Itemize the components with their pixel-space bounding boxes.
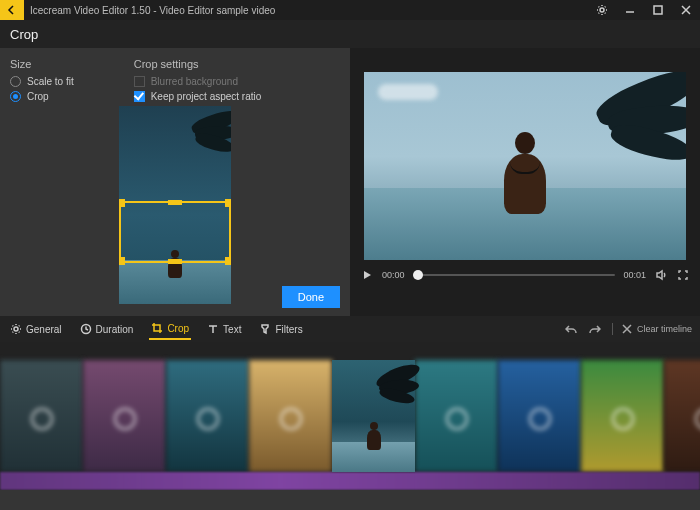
redo-icon bbox=[589, 323, 601, 335]
crop-settings-panel: Size Scale to fit Crop Crop settings Blu… bbox=[0, 48, 350, 316]
preview-panel: 00:00 00:01 bbox=[350, 48, 700, 316]
checkbox-label: Keep project aspect ratio bbox=[151, 91, 262, 102]
seek-slider[interactable] bbox=[413, 274, 616, 276]
text-icon bbox=[207, 323, 219, 335]
timeline-clip[interactable] bbox=[498, 360, 581, 472]
player-controls: 00:00 00:01 bbox=[350, 260, 700, 290]
crop-handle-b[interactable] bbox=[168, 259, 182, 264]
play-button[interactable] bbox=[360, 268, 374, 282]
checkbox-icon bbox=[134, 91, 145, 102]
timeline-audio-track[interactable] bbox=[0, 472, 700, 490]
radio-scale-to-fit[interactable]: Scale to fit bbox=[10, 76, 74, 87]
timeline-clip[interactable] bbox=[83, 360, 166, 472]
fullscreen-button[interactable] bbox=[676, 268, 690, 282]
crop-handle-tl[interactable] bbox=[119, 199, 125, 207]
tab-crop[interactable]: Crop bbox=[149, 318, 191, 340]
time-current: 00:00 bbox=[382, 270, 405, 280]
play-icon bbox=[361, 269, 373, 281]
svg-point-2 bbox=[14, 327, 18, 331]
radio-label: Crop bbox=[27, 91, 49, 102]
crop-icon bbox=[151, 322, 163, 334]
preview-viewport bbox=[364, 72, 686, 260]
svg-rect-1 bbox=[654, 6, 662, 14]
page-heading: Crop bbox=[0, 20, 700, 48]
time-total: 00:01 bbox=[623, 270, 646, 280]
back-button[interactable] bbox=[0, 0, 24, 20]
undo-button[interactable] bbox=[564, 322, 578, 336]
redo-button[interactable] bbox=[588, 322, 602, 336]
crop-settings-heading: Crop settings bbox=[134, 58, 262, 70]
tab-label: General bbox=[26, 324, 62, 335]
timeline-ruler[interactable] bbox=[0, 342, 700, 360]
timeline-track[interactable] bbox=[0, 360, 700, 472]
crop-rectangle[interactable] bbox=[119, 201, 231, 263]
minimize-icon bbox=[624, 4, 636, 16]
person-graphic bbox=[504, 154, 546, 214]
maximize-icon bbox=[652, 4, 664, 16]
clip-tabs: General Duration Crop Text Filters Clear… bbox=[0, 316, 700, 342]
tab-label: Duration bbox=[96, 324, 134, 335]
tab-label: Filters bbox=[275, 324, 302, 335]
arrow-left-icon bbox=[6, 4, 18, 16]
radio-label: Scale to fit bbox=[27, 76, 74, 87]
tab-duration[interactable]: Duration bbox=[78, 319, 136, 339]
title-bar: Icecream Video Editor 1.50 - Video Edito… bbox=[0, 0, 700, 20]
palm-graphic bbox=[554, 72, 686, 204]
checkbox-keep-aspect-ratio[interactable]: Keep project aspect ratio bbox=[134, 91, 262, 102]
settings-button[interactable] bbox=[588, 0, 616, 20]
close-icon bbox=[621, 323, 633, 335]
size-heading: Size bbox=[10, 58, 74, 70]
timeline-clip[interactable] bbox=[166, 360, 249, 472]
maximize-button[interactable] bbox=[644, 0, 672, 20]
tab-label: Crop bbox=[167, 323, 189, 334]
tab-general[interactable]: General bbox=[8, 319, 64, 339]
svg-point-0 bbox=[600, 8, 604, 12]
checkbox-label: Blurred background bbox=[151, 76, 238, 87]
volume-button[interactable] bbox=[654, 268, 668, 282]
minimize-button[interactable] bbox=[616, 0, 644, 20]
undo-icon bbox=[565, 323, 577, 335]
radio-icon bbox=[10, 76, 21, 87]
volume-icon bbox=[655, 269, 667, 281]
seek-knob[interactable] bbox=[413, 270, 423, 280]
timeline[interactable] bbox=[0, 342, 700, 490]
close-button[interactable] bbox=[672, 0, 700, 20]
palm-graphic bbox=[171, 106, 231, 166]
crop-handle-tr[interactable] bbox=[225, 199, 231, 207]
checkbox-icon bbox=[134, 76, 145, 87]
tab-filters[interactable]: Filters bbox=[257, 319, 304, 339]
timeline-clip[interactable] bbox=[664, 360, 700, 472]
crop-canvas[interactable] bbox=[119, 106, 231, 304]
tab-text[interactable]: Text bbox=[205, 319, 243, 339]
timeline-clip[interactable] bbox=[249, 360, 332, 472]
clear-timeline-label: Clear timeline bbox=[637, 324, 692, 334]
gear-icon bbox=[596, 4, 608, 16]
checkbox-blurred-background[interactable]: Blurred background bbox=[134, 76, 262, 87]
filters-icon bbox=[259, 323, 271, 335]
crop-handle-t[interactable] bbox=[168, 200, 182, 205]
timeline-clip[interactable] bbox=[415, 360, 498, 472]
timeline-clip[interactable] bbox=[0, 360, 83, 472]
timeline-clip-selected[interactable] bbox=[332, 360, 415, 472]
tab-label: Text bbox=[223, 324, 241, 335]
clock-icon bbox=[80, 323, 92, 335]
fullscreen-icon bbox=[677, 269, 689, 281]
done-button[interactable]: Done bbox=[282, 286, 340, 308]
close-icon bbox=[680, 4, 692, 16]
timeline-clip[interactable] bbox=[581, 360, 664, 472]
radio-icon bbox=[10, 91, 21, 102]
gear-icon bbox=[10, 323, 22, 335]
clear-timeline-button[interactable]: Clear timeline bbox=[612, 323, 692, 335]
crop-handle-bl[interactable] bbox=[119, 257, 125, 265]
window-title: Icecream Video Editor 1.50 - Video Edito… bbox=[30, 5, 588, 16]
crop-handle-br[interactable] bbox=[225, 257, 231, 265]
radio-crop[interactable]: Crop bbox=[10, 91, 74, 102]
